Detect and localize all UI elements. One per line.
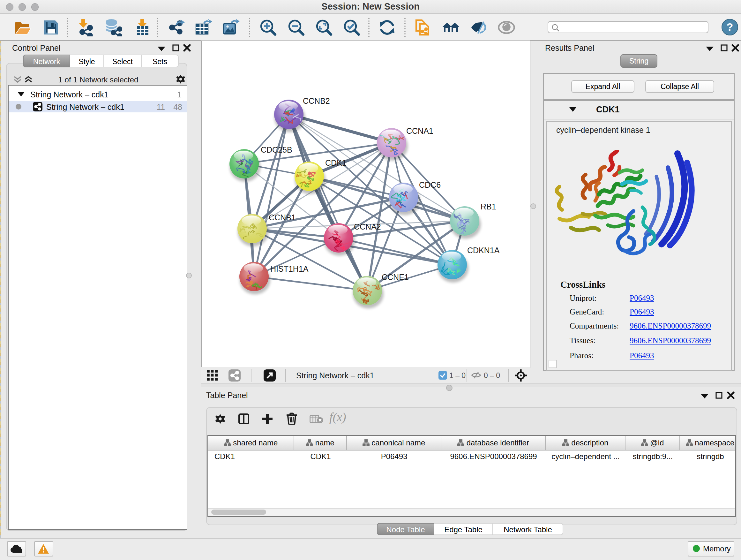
svg-text:CCNB1: CCNB1 xyxy=(269,213,296,222)
svg-text:CDC25B: CDC25B xyxy=(261,145,292,154)
svg-text:CCNA2: CCNA2 xyxy=(354,222,381,231)
svg-text:CDC6: CDC6 xyxy=(419,180,441,189)
svg-text:?: ? xyxy=(727,21,733,33)
svg-text:CCNA1: CCNA1 xyxy=(406,126,433,135)
svg-text:RB1: RB1 xyxy=(481,202,496,211)
svg-text:HIST1H1A: HIST1H1A xyxy=(270,264,309,273)
svg-text:CDKN1A: CDKN1A xyxy=(467,246,500,255)
svg-text:CCNB2: CCNB2 xyxy=(303,97,330,105)
svg-text:CCNE1: CCNE1 xyxy=(382,273,409,282)
svg-text:CDK1: CDK1 xyxy=(325,159,347,167)
